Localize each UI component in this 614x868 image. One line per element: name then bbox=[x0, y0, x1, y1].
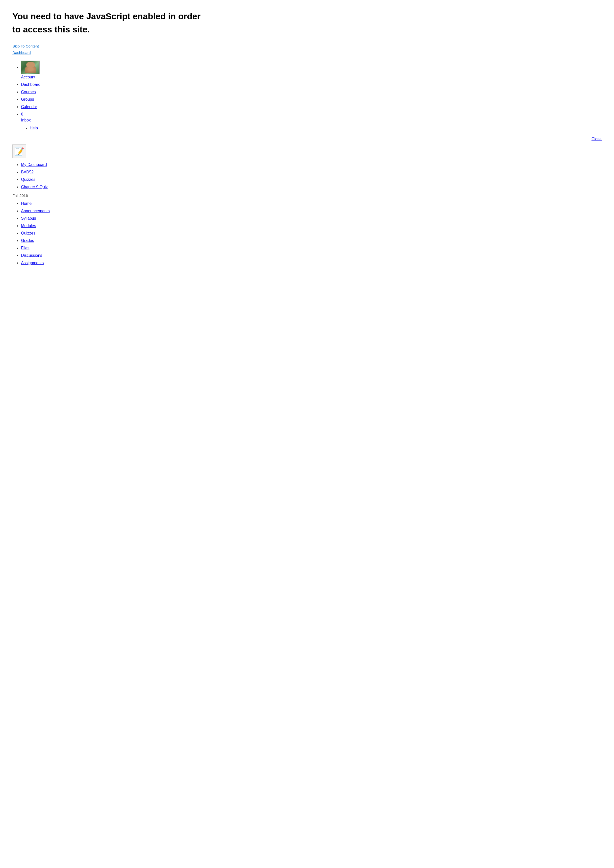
nav-grades-item[interactable]: Grades bbox=[21, 238, 602, 244]
nav-modules-item[interactable]: Modules bbox=[21, 223, 602, 229]
course-nav-list: Home Announcements Syllabus Modules Quiz… bbox=[12, 201, 602, 266]
nav-assignments-link[interactable]: Assignments bbox=[21, 261, 44, 265]
top-links-section: Skip To Content Dashboard bbox=[12, 43, 602, 56]
course-nav-section: Home Announcements Syllabus Modules Quiz… bbox=[12, 201, 602, 266]
nav-grades-link[interactable]: Grades bbox=[21, 239, 34, 243]
nav-help-item[interactable]: Help bbox=[30, 125, 602, 131]
breadcrumb-chapter9quiz-link[interactable]: Chapter 9 Quiz bbox=[21, 185, 48, 189]
avatar-link[interactable] bbox=[21, 65, 40, 69]
nav-groups-item[interactable]: Groups bbox=[21, 96, 602, 102]
nav-modules-link[interactable]: Modules bbox=[21, 224, 36, 228]
nav-quizzes-item[interactable]: Quizzes bbox=[21, 230, 602, 236]
close-button-area: Close bbox=[12, 136, 602, 142]
nav-syllabus-item[interactable]: Syllabus bbox=[21, 215, 602, 222]
nav-courses-item[interactable]: Courses bbox=[21, 89, 602, 95]
nav-inbox-link[interactable]: Inbox bbox=[21, 118, 31, 122]
nav-discussions-link[interactable]: Discussions bbox=[21, 253, 42, 257]
js-warning-heading: You need to have JavaScript enabled in o… bbox=[12, 10, 210, 36]
nav-inbox-count-link[interactable]: 0 bbox=[21, 112, 23, 116]
semester-label: Fall 2016 bbox=[12, 193, 602, 198]
nav-calendar-link[interactable]: Calendar bbox=[21, 105, 37, 109]
course-icon-image: 📝 bbox=[14, 146, 24, 157]
nav-quizzes-link[interactable]: Quizzes bbox=[21, 231, 36, 235]
nav-courses-link[interactable]: Courses bbox=[21, 90, 36, 94]
breadcrumb-item-bad52[interactable]: BAD52 bbox=[21, 169, 602, 175]
nav-help-link[interactable]: Help bbox=[30, 126, 38, 130]
nav-announcements-link[interactable]: Announcements bbox=[21, 209, 50, 213]
skip-to-content-link[interactable]: Skip To Content bbox=[12, 43, 602, 49]
top-nav-list: Account Dashboard Courses Groups Calenda… bbox=[12, 60, 602, 131]
dashboard-top-link[interactable]: Dashboard bbox=[12, 50, 602, 56]
nav-dashboard-item[interactable]: Dashboard bbox=[21, 82, 602, 88]
breadcrumb: My Dashboard BAD52 Quizzes Chapter 9 Qui… bbox=[12, 162, 602, 190]
nav-discussions-item[interactable]: Discussions bbox=[21, 253, 602, 259]
breadcrumb-item-quizzes[interactable]: Quizzes bbox=[21, 177, 602, 183]
nav-assignments-item[interactable]: Assignments bbox=[21, 260, 602, 266]
breadcrumb-dashboard-link[interactable]: My Dashboard bbox=[21, 163, 47, 167]
breadcrumb-item-dashboard[interactable]: My Dashboard bbox=[21, 162, 602, 168]
nav-files-item[interactable]: Files bbox=[21, 245, 602, 251]
nav-dashboard-link[interactable]: Dashboard bbox=[21, 82, 40, 87]
nav-files-link[interactable]: Files bbox=[21, 246, 30, 250]
breadcrumb-list: My Dashboard BAD52 Quizzes Chapter 9 Qui… bbox=[12, 162, 602, 190]
avatar-image bbox=[21, 60, 40, 74]
course-icon: 📝 bbox=[12, 144, 26, 158]
close-button[interactable]: Close bbox=[591, 137, 602, 141]
nav-announcements-item[interactable]: Announcements bbox=[21, 208, 602, 214]
breadcrumb-quizzes-link[interactable]: Quizzes bbox=[21, 177, 36, 181]
avatar-section: Account Dashboard Courses Groups Calenda… bbox=[12, 60, 602, 131]
account-link[interactable]: Account bbox=[21, 75, 36, 79]
nav-home-link[interactable]: Home bbox=[21, 202, 32, 206]
avatar-list-item[interactable]: Account bbox=[21, 60, 602, 80]
nav-syllabus-link[interactable]: Syllabus bbox=[21, 216, 36, 220]
nav-inbox-item[interactable]: 0 Inbox Help bbox=[21, 111, 602, 131]
help-sublist: Help bbox=[21, 125, 602, 131]
nav-groups-link[interactable]: Groups bbox=[21, 97, 34, 101]
breadcrumb-bad52-link[interactable]: BAD52 bbox=[21, 170, 34, 174]
breadcrumb-item-chapter9quiz[interactable]: Chapter 9 Quiz bbox=[21, 184, 602, 190]
nav-calendar-item[interactable]: Calendar bbox=[21, 104, 602, 110]
nav-home-item[interactable]: Home bbox=[21, 201, 602, 206]
